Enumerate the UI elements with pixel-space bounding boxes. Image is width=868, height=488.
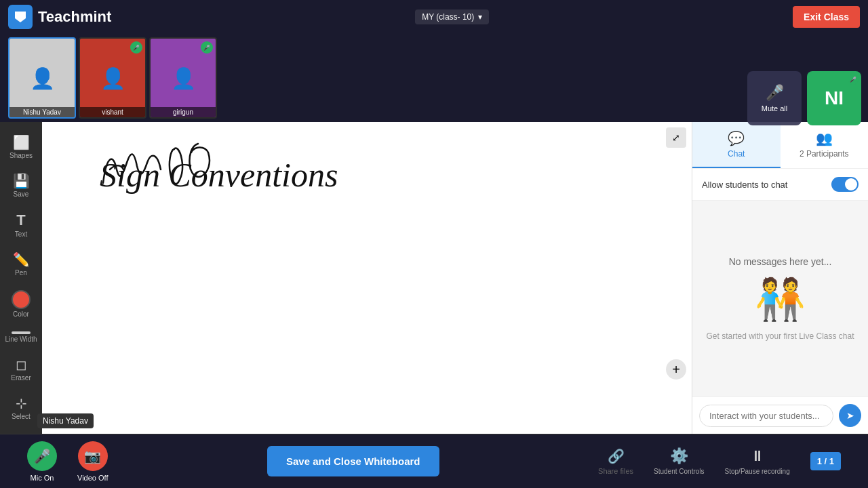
mic-tooltip: Nishu Yadav <box>37 413 94 428</box>
tool-shapes[interactable]: ⬜ Shapes <box>2 129 40 165</box>
header: Teachmint MY (class- 10) ▾ Exit Class <box>0 0 868 34</box>
shapes-icon: ⬜ <box>13 134 30 150</box>
mic-badge-girigun: 🎤 <box>201 41 213 54</box>
send-button[interactable]: ➤ <box>839 404 861 427</box>
save-close-whiteboard-button[interactable]: Save and Close Whiteboard <box>267 446 439 476</box>
zoom-plus-icon: + <box>672 362 680 378</box>
whiteboard-topright: ⤢ <box>666 127 686 148</box>
eraser-icon: ◻ <box>16 357 27 373</box>
video-label: Video Off <box>77 474 108 482</box>
right-panel: 💬 Chat 👥 2 Participants Allow students t… <box>692 122 868 434</box>
allow-chat-toggle[interactable] <box>831 177 859 192</box>
share-files-button[interactable]: 🔗 Share files <box>598 448 633 475</box>
participants-tab-label: 2 Participants <box>800 149 849 159</box>
color-label: Color <box>13 310 29 318</box>
student-controls-button[interactable]: ⚙️ Student Controls <box>654 447 705 475</box>
thumbnail-girigun[interactable]: 👤 🎤 girigun <box>149 37 217 119</box>
bottom-right-controls: 🔗 Share files ⚙️ Student Controls ⏸ Stop… <box>598 447 841 475</box>
chat-settings: Allow students to chat <box>692 169 868 201</box>
video-icon: 📷 <box>84 448 101 464</box>
chat-empty-message: No messages here yet... <box>729 256 832 267</box>
toggle-dot <box>845 178 857 190</box>
select-label: Select <box>12 413 31 420</box>
logo-text: Teachmint <box>38 8 111 26</box>
thumbnail-nishu[interactable]: 👤 Nishu Yadav <box>8 37 76 119</box>
chevron-down-icon: ▾ <box>478 12 482 22</box>
save-label: Save <box>14 190 29 198</box>
allow-chat-label: Allow students to chat <box>702 180 787 190</box>
bottom-left-controls: 🎤 Mic On 📷 Video Off <box>27 441 108 482</box>
class-label: MY (class- 10) <box>422 12 474 22</box>
select-icon: ⊹ <box>16 395 27 411</box>
toolbar: ⬜ Shapes 💾 Save T Text ✏️ Pen Color Line… <box>0 122 42 434</box>
tool-eraser[interactable]: ◻ Eraser <box>2 351 40 387</box>
stop-recording-label: Stop/Pause recording <box>725 468 790 475</box>
shapes-label: Shapes <box>9 152 33 159</box>
pen-icon: ✏️ <box>13 251 30 268</box>
tool-text[interactable]: T Text <box>2 206 40 243</box>
ni-avatar: NI 🎤 <box>807 71 861 125</box>
svg-marker-0 <box>15 12 26 22</box>
main-area: ⬜ Shapes 💾 Save T Text ✏️ Pen Color Line… <box>0 122 868 434</box>
logo-area: Teachmint <box>8 5 111 29</box>
tool-save[interactable]: 💾 Save <box>2 167 40 203</box>
student-controls-icon: ⚙️ <box>670 447 688 465</box>
stop-recording-button[interactable]: ⏸ Stop/Pause recording <box>725 447 790 475</box>
tool-select[interactable]: ⊹ Select <box>2 390 40 426</box>
stop-recording-icon: ⏸ <box>750 447 765 465</box>
linewidth-icon <box>12 331 31 334</box>
mute-all-label: Mute all <box>762 104 788 113</box>
eraser-label: Eraser <box>11 374 31 382</box>
zoom-add-button[interactable]: + <box>666 359 686 380</box>
mic-button[interactable]: 🎤 Mic On <box>27 441 57 482</box>
mute-all-button[interactable]: 🎤 Mute all <box>747 71 802 125</box>
tool-pen[interactable]: ✏️ Pen <box>2 246 40 282</box>
mute-icon: 🎤 <box>766 84 784 102</box>
linewidth-label: Line Width <box>5 336 37 343</box>
mic-badge-vishant: 🎤 <box>130 41 142 54</box>
thumbnail-vishant[interactable]: 👤 🎤 vishant <box>79 37 146 119</box>
thumbnails-bar: 👤 Nishu Yadav 👤 🎤 vishant 👤 🎤 girigun <box>0 34 868 122</box>
thumb-label-nishu: Nishu Yadav <box>9 107 75 117</box>
tab-chat[interactable]: 💬 Chat <box>692 122 781 168</box>
whiteboard-canvas: Sign Conventions ⤢ + <box>42 122 692 434</box>
participants-tab-icon: 👥 <box>816 130 833 146</box>
mic-label: Mic On <box>31 474 54 482</box>
student-controls-label: Student Controls <box>654 468 705 475</box>
ni-mic-badge: 🎤 <box>848 74 859 85</box>
thumb-label-vishant: vishant <box>80 107 145 117</box>
chat-sub-text: Get started with your first Live Class c… <box>706 331 854 341</box>
pen-label: Pen <box>15 269 27 277</box>
chat-empty-state: No messages here yet... 🧑‍🤝‍🧑 Get starte… <box>692 201 868 396</box>
ni-initials: NI <box>825 87 844 109</box>
exit-class-button[interactable]: Exit Class <box>793 6 860 28</box>
text-label: Text <box>15 230 27 238</box>
share-label: Share files <box>598 467 633 475</box>
bottom-bar: Nishu Yadav 🎤 Mic On 📷 Video Off Save an… <box>0 434 868 488</box>
logo-icon <box>8 5 33 29</box>
mic-icon: 🎤 <box>34 448 51 464</box>
text-icon: T <box>16 211 25 229</box>
svg-text:Sign Conventions: Sign Conventions <box>100 156 338 194</box>
tab-participants[interactable]: 👥 2 Participants <box>781 122 869 168</box>
video-icon-bg: 📷 <box>78 441 108 471</box>
top-right-controls: 🎤 Mute all NI 🎤 <box>747 71 861 125</box>
whiteboard-writing: Sign Conventions <box>96 136 354 203</box>
chat-input-area: ➤ <box>692 396 868 434</box>
tool-color[interactable]: Color <box>2 285 40 323</box>
tool-highlight[interactable]: 🖊 Highlight <box>2 428 40 434</box>
class-selector[interactable]: MY (class- 10) ▾ <box>415 9 489 24</box>
video-button[interactable]: 📷 Video Off <box>77 441 108 482</box>
send-icon: ➤ <box>846 410 854 421</box>
chat-input[interactable] <box>699 405 833 427</box>
tool-linewidth[interactable]: Line Width <box>2 326 40 348</box>
save-icon: 💾 <box>13 173 30 189</box>
panel-tabs: 💬 Chat 👥 2 Participants <box>692 122 868 169</box>
chat-tab-icon: 💬 <box>728 130 745 146</box>
thumb-label-girigun: girigun <box>151 107 216 117</box>
color-circle <box>12 290 31 309</box>
whiteboard-area[interactable]: Sign Conventions ⤢ + <box>42 122 692 434</box>
chat-tab-label: Chat <box>728 149 745 159</box>
whiteboard-fit-button[interactable]: ⤢ <box>666 127 686 148</box>
share-icon: 🔗 <box>608 448 625 464</box>
